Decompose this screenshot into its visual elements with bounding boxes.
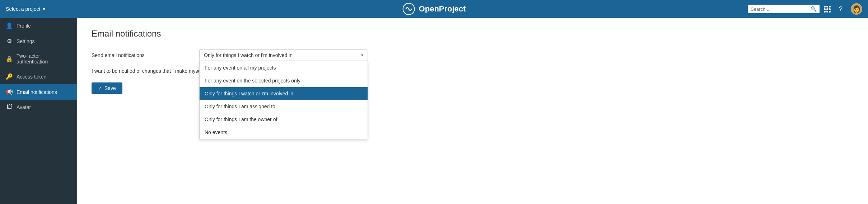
project-select-label: Select a project <box>6 6 41 12</box>
sidebar-label-profile: Profile <box>17 23 31 29</box>
dropdown-option-all-projects[interactable]: For any event on all my projects <box>200 61 368 74</box>
sidebar-label-email-notifications: Email notifications <box>17 89 57 95</box>
avatar-icon: 👩 <box>853 5 860 13</box>
sidebar-label-settings: Settings <box>17 38 35 44</box>
two-factor-icon: 🔒 <box>6 56 13 62</box>
help-button[interactable]: ? <box>835 3 846 15</box>
sidebar-item-email-notifications[interactable]: 📢 Email notifications <box>0 84 77 100</box>
avatar[interactable]: 👩 <box>851 3 862 15</box>
header-right: 🔍 ? 👩 <box>748 3 862 15</box>
dropdown-option-no-events[interactable]: No events <box>200 126 368 139</box>
dropdown-option-owner[interactable]: Only for things I am the owner of <box>200 113 368 126</box>
project-select[interactable]: Select a project ▾ <box>6 6 45 12</box>
sidebar-label-access-token: Access token <box>17 74 46 80</box>
search-icon[interactable]: 🔍 <box>811 6 817 12</box>
dropdown-option-assigned[interactable]: Only for things I am assigned to <box>200 100 368 113</box>
profile-icon: 👤 <box>6 22 13 29</box>
search-box[interactable]: 🔍 <box>748 5 820 13</box>
app-logo: OpenProject <box>402 3 466 15</box>
grid-dot <box>826 6 828 8</box>
sidebar-item-avatar[interactable]: 🖼 Avatar <box>0 100 77 115</box>
sidebar: 👤 Profile ⚙ Settings 🔒 Two-factor authen… <box>0 18 77 204</box>
avatar-icon: 🖼 <box>6 104 13 110</box>
selected-option-label: Only for things I watch or I'm involved … <box>204 52 293 58</box>
settings-icon: ⚙ <box>6 38 13 44</box>
grid-menu-icon[interactable] <box>824 6 831 13</box>
grid-dot <box>829 8 831 10</box>
grid-dot <box>826 8 828 10</box>
access-token-icon: 🔑 <box>6 73 13 80</box>
chevron-down-icon: ▾ <box>43 6 45 12</box>
app-header: Select a project ▾ OpenProject 🔍 ? 👩 <box>0 0 868 18</box>
grid-dot <box>826 11 828 13</box>
sidebar-item-two-factor[interactable]: 🔒 Two-factor authentication <box>0 49 77 69</box>
notification-select-wrap: Only for things I watch or I'm involved … <box>199 49 368 61</box>
sidebar-label-avatar: Avatar <box>17 104 31 110</box>
sidebar-item-access-token[interactable]: 🔑 Access token <box>0 69 77 84</box>
dropdown-option-selected-projects[interactable]: For any event on the selected projects o… <box>200 74 368 87</box>
grid-dot <box>829 11 831 13</box>
grid-dot <box>829 6 831 8</box>
logo-text: OpenProject <box>419 4 466 14</box>
save-button[interactable]: ✓ Save <box>92 82 122 94</box>
grid-dot <box>824 8 826 10</box>
main-content: Email notifications Send email notificat… <box>77 18 868 204</box>
search-input[interactable] <box>751 6 811 12</box>
self-notify-label: I want to be notified of changes that I … <box>92 68 203 74</box>
logo-icon <box>402 3 415 15</box>
save-label: Save <box>104 85 116 91</box>
dropdown-option-watch-involved[interactable]: Only for things I watch or I'm involved … <box>200 87 368 100</box>
sidebar-item-profile[interactable]: 👤 Profile <box>0 18 77 33</box>
sidebar-label-two-factor: Two-factor authentication <box>17 53 71 65</box>
email-notifications-icon: 📢 <box>6 89 13 95</box>
checkmark-icon: ✓ <box>98 85 102 91</box>
app-layout: 👤 Profile ⚙ Settings 🔒 Two-factor authen… <box>0 18 868 204</box>
grid-dot <box>824 11 826 13</box>
grid-dot <box>824 6 826 8</box>
send-email-row: Send email notifications Only for things… <box>92 49 854 61</box>
send-email-label: Send email notifications <box>92 49 192 58</box>
notification-dropdown: For any event on all my projectsFor any … <box>199 61 368 139</box>
chevron-down-icon: ▾ <box>361 53 363 58</box>
page-title: Email notifications <box>92 29 854 39</box>
sidebar-item-settings[interactable]: ⚙ Settings <box>0 33 77 49</box>
notification-select-trigger[interactable]: Only for things I watch or I'm involved … <box>199 49 368 61</box>
